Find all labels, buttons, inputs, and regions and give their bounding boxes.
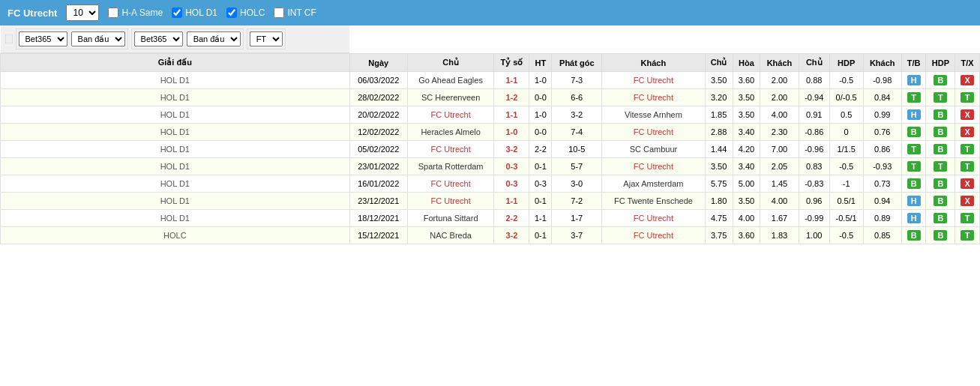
hdp2-cell: B (926, 72, 955, 89)
chu-cell[interactable]: FC Utrecht (407, 106, 494, 124)
hdp-cell: 0 (829, 124, 863, 141)
khach-cell[interactable]: FC Utrecht (602, 158, 705, 175)
tb-cell: H (901, 193, 926, 210)
ty-so-cell: 1-1 (494, 72, 529, 89)
type2-select[interactable]: Ban đầu (187, 31, 241, 46)
khach-cell[interactable]: FC Utrecht (602, 210, 705, 227)
table-row: HOL D1 16/01/2022 FC Utrecht 0-3 0-3 3-0… (1, 175, 980, 193)
tx-cell: T (955, 158, 980, 175)
type1-select[interactable]: Ban đầu (71, 31, 125, 46)
khach-cell: FC Twente Enschede (602, 193, 705, 210)
col-khach: Khách (602, 54, 705, 72)
filter-hold1-checkbox[interactable] (172, 7, 182, 18)
phat-goc-cell: 6-6 (552, 89, 602, 106)
ngay-cell: 18/12/2021 (349, 210, 407, 227)
col-chu: Chủ (407, 54, 494, 72)
khach-cell[interactable]: FC Utrecht (602, 124, 705, 141)
chu-cell[interactable]: FC Utrecht (407, 141, 494, 158)
filter-holc-checkbox[interactable] (226, 7, 237, 18)
hdp2-cell: B (926, 193, 955, 210)
ngay-cell: 28/02/2022 (349, 89, 407, 106)
phat-goc-cell: 5-7 (552, 158, 602, 175)
ty-so-cell: 2-2 (494, 210, 529, 227)
chu-odd-cell: 1.85 (705, 106, 733, 124)
col-ty-so: Tỷ số (494, 54, 529, 72)
ht-cell: 0-1 (529, 158, 552, 175)
main-table: Bet365 Ban đầu Bet365 Ban đầu FT (0, 25, 980, 244)
phat-goc-cell: 7-3 (552, 72, 602, 89)
khach-cell[interactable]: FC Utrecht (602, 89, 705, 106)
khach-hdp-cell: 0.99 (863, 106, 901, 124)
ft-select[interactable]: FT (250, 31, 283, 46)
chu-cell[interactable]: FC Utrecht (407, 193, 494, 210)
chu-cell[interactable]: FC Utrecht (407, 175, 494, 193)
ht-cell: 0-3 (529, 175, 552, 193)
phat-goc-cell: 1-7 (552, 210, 602, 227)
chu-hdp-cell: 0.96 (799, 193, 829, 210)
table-row: HOL D1 20/02/2022 FC Utrecht 1-1 1-0 3-2… (1, 106, 980, 124)
khach-hdp-cell: 0.85 (863, 227, 901, 244)
giai-dau-cell: HOL D1 (1, 141, 350, 158)
hoa-odd-cell: 4.20 (733, 141, 760, 158)
team-name: FC Utrecht (7, 7, 57, 19)
phat-goc-cell: 10-5 (552, 141, 602, 158)
khach-odd-cell: 2.00 (760, 89, 799, 106)
filter-holc[interactable]: HOLC (226, 7, 265, 18)
hoa-odd-cell: 3.60 (733, 227, 760, 244)
ngay-cell: 12/02/2022 (349, 124, 407, 141)
chu-hdp-cell: 1.00 (799, 227, 829, 244)
column-headers: Giải đấu Ngày Chủ Tỷ số HT Phát góc Khác… (1, 54, 980, 72)
chu-odd-cell: 5.75 (705, 175, 733, 193)
col-khach-hdp: Khách (863, 54, 901, 72)
filter-int-cf-checkbox[interactable] (274, 7, 284, 18)
giai-dau-cell: HOL D1 (1, 72, 350, 89)
table-row: HOL D1 12/02/2022 Heracles Almelo 1-0 0-… (1, 124, 980, 141)
ty-so-cell: 3-2 (494, 141, 529, 158)
ty-so-cell: 3-2 (494, 227, 529, 244)
khach-cell[interactable]: FC Utrecht (602, 227, 705, 244)
col-chu-hdp: Chủ (799, 54, 829, 72)
col-ngay: Ngày (349, 54, 407, 72)
ht-cell: 0-0 (529, 89, 552, 106)
ngay-cell: 20/02/2022 (349, 106, 407, 124)
giai-dau-cell: HOL D1 (1, 158, 350, 175)
giai-dau-cell: HOL D1 (1, 210, 350, 227)
phat-goc-cell: 7-2 (552, 193, 602, 210)
hdp2-cell: B (926, 175, 955, 193)
tb-cell: T (901, 89, 926, 106)
filter-ha-same[interactable]: H-A Same (108, 7, 163, 18)
chu-odd-cell: 4.75 (705, 210, 733, 227)
table-row: HOL D1 05/02/2022 FC Utrecht 3-2 2-2 10-… (1, 141, 980, 158)
ngay-cell: 16/01/2022 (349, 175, 407, 193)
ty-so-cell: 1-2 (494, 89, 529, 106)
tx-cell: T (955, 227, 980, 244)
khach-odd-cell: 4.00 (760, 193, 799, 210)
khach-hdp-cell: 0.84 (863, 89, 901, 106)
tb-cell: T (901, 158, 926, 175)
khach-cell[interactable]: FC Utrecht (602, 72, 705, 89)
chu-odd-cell: 1.80 (705, 193, 733, 210)
book1-select[interactable]: Bet365 (19, 31, 67, 46)
ht-cell: 0-0 (529, 124, 552, 141)
book2-select[interactable]: Bet365 (134, 31, 183, 46)
count-select[interactable]: 51015202530 (66, 4, 99, 21)
chu-hdp-cell: -0.86 (799, 124, 829, 141)
chu-cell: SC Heerenveen (407, 89, 494, 106)
filter-ha-same-checkbox[interactable] (108, 7, 118, 18)
chu-hdp-cell: 0.91 (799, 106, 829, 124)
filter-int-cf[interactable]: INT CF (274, 7, 316, 18)
khach-odd-cell: 7.00 (760, 141, 799, 158)
hoa-odd-cell: 3.60 (733, 72, 760, 89)
ty-so-cell: 1-0 (494, 124, 529, 141)
tx-cell: X (955, 175, 980, 193)
chu-odd-cell: 3.20 (705, 89, 733, 106)
hdp-cell: -0.5/1 (829, 210, 863, 227)
col-hdp2: HDP (926, 54, 955, 72)
khach-cell: Vitesse Arnhem (602, 106, 705, 124)
hoa-odd-cell: 3.40 (733, 158, 760, 175)
filter-hold1[interactable]: HOL D1 (172, 7, 217, 18)
chu-hdp-cell: 0.88 (799, 72, 829, 89)
ht-cell: 0-1 (529, 193, 552, 210)
chu-odd-cell: 3.75 (705, 227, 733, 244)
hdp2-cell: B (926, 210, 955, 227)
